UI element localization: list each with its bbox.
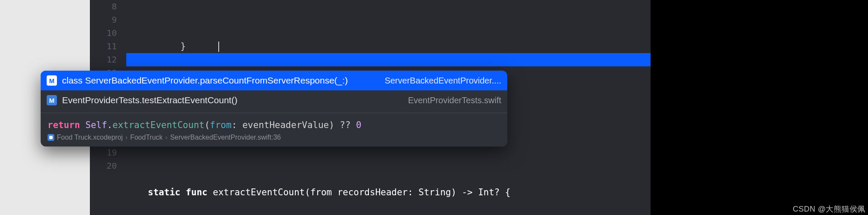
breadcrumb[interactable]: Food Truck.xcodeproj › FoodTruck › Serve… <box>41 133 507 146</box>
project-icon <box>48 134 54 141</box>
method-badge-icon: M <box>47 75 57 86</box>
line-number: 8 <box>90 0 117 13</box>
caller-row[interactable]: M EventProviderTests.testExtractEventCou… <box>41 90 507 110</box>
method-badge-icon: M <box>47 95 57 105</box>
caller-location: EventProviderTests.swift <box>408 96 501 105</box>
caller-name: class ServerBackedEventProvider.parseCou… <box>62 75 380 86</box>
caller-row[interactable]: M class ServerBackedEventProvider.parseC… <box>41 71 507 90</box>
watermark: CSDN @大熊猫侯佩 <box>793 204 865 214</box>
editor-right-background <box>651 0 868 215</box>
line-number: 9 <box>90 13 117 27</box>
breadcrumb-seg: ServerBackedEventProvider.swift:36 <box>170 134 281 141</box>
line-number: 20 <box>90 159 117 173</box>
code-line-selected: static func extractEventCount(from recor… <box>126 186 570 199</box>
line-number: 11 <box>90 40 117 53</box>
line-number: 10 <box>90 27 117 40</box>
caller-name: EventProviderTests.testExtractEventCount… <box>62 95 403 105</box>
breadcrumb-seg: Food Truck.xcodeproj <box>57 134 123 141</box>
caller-location: ServerBackedEventProvider.... <box>385 76 501 86</box>
line-number: 19 <box>90 146 117 159</box>
line-number: 12 <box>90 53 117 66</box>
code-line <box>126 146 570 159</box>
code-line: } <box>126 27 570 40</box>
callers-popover: M class ServerBackedEventProvider.parseC… <box>41 71 507 146</box>
svg-rect-0 <box>49 136 53 139</box>
popover-divider <box>41 113 507 113</box>
breadcrumb-seg: FoodTruck <box>130 134 163 141</box>
chevron-right-icon: › <box>165 134 167 141</box>
text-caret <box>218 42 219 52</box>
caller-preview: return Self.extractEventCount(from: even… <box>41 116 507 133</box>
chevron-right-icon: › <box>125 134 128 141</box>
